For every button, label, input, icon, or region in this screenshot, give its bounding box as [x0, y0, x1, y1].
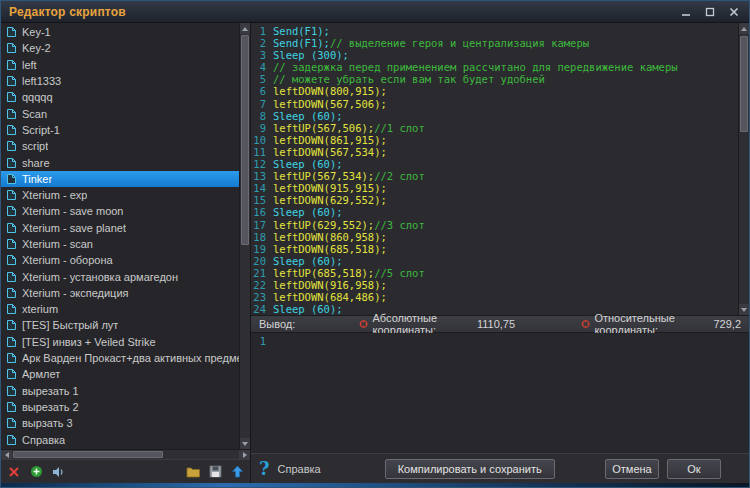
script-list-item[interactable]: Scan — [1, 105, 239, 121]
line-number: 3 — [251, 49, 273, 61]
sidebar-hscroll-track[interactable] — [12, 450, 239, 459]
window-controls — [679, 6, 741, 18]
script-list-item[interactable]: Xterium - scan — [1, 236, 239, 252]
script-list-item[interactable]: xterium — [1, 301, 239, 317]
code-line[interactable]: 23leftDOWN(684,486); — [251, 291, 738, 303]
code-line[interactable]: 9leftUP(567,506);//1 слот — [251, 122, 738, 134]
code-line[interactable]: 17leftUP(629,552);//3 слот — [251, 219, 738, 231]
add-script-button[interactable] — [28, 464, 44, 480]
sidebar-horizontal-scrollbar[interactable] — [1, 449, 250, 459]
script-list-item[interactable]: вырезать 1 — [1, 383, 239, 399]
script-item-label: share — [22, 157, 50, 169]
code-line[interactable]: 4// задержка перед применением рассчитан… — [251, 61, 738, 73]
code-line[interactable]: 19leftDOWN(685,518); — [251, 243, 738, 255]
script-list-item[interactable]: Xterium - save moon — [1, 203, 239, 219]
open-folder-button[interactable] — [185, 464, 201, 480]
script-list-item[interactable]: Script-1 — [1, 122, 239, 138]
code-line[interactable]: 8Sleep (60); — [251, 110, 738, 122]
ok-button[interactable]: Ок — [667, 459, 721, 479]
script-list-item[interactable]: Xterium - экспедиция — [1, 285, 239, 301]
script-list-item[interactable]: Арк Варден Прокаст+два активных предмета — [1, 350, 239, 366]
code-token: // выделение героя и централизация камер… — [330, 37, 589, 49]
close-button[interactable] — [727, 6, 741, 18]
script-list-item[interactable]: вырзать 3 — [1, 415, 239, 431]
code-line[interactable]: 20Sleep (60); — [251, 255, 738, 267]
code-editor[interactable]: 1Send(F1);2Send(F1);// выделение героя и… — [251, 23, 738, 315]
code-line[interactable]: 5// можете убрать если вам так будет удо… — [251, 73, 738, 85]
code-token: Sleep (60); — [273, 158, 343, 170]
script-icon — [6, 385, 17, 397]
script-list[interactable]: Key-1Key-2leftleft1333qqqqqScanScript-1s… — [1, 23, 239, 449]
upload-button[interactable] — [229, 464, 245, 480]
code-line[interactable]: 15leftDOWN(629,552); — [251, 194, 738, 206]
code-line[interactable]: 6leftDOWN(800,915); — [251, 85, 738, 97]
editor-scroll-thumb[interactable] — [740, 36, 748, 132]
scroll-down-arrow-icon[interactable] — [240, 438, 250, 449]
maximize-button[interactable] — [703, 6, 717, 18]
code-line[interactable]: 7leftDOWN(567,506); — [251, 98, 738, 110]
line-number: 10 — [251, 134, 273, 146]
script-list-item[interactable]: Key-1 — [1, 24, 239, 40]
script-list-item[interactable]: Key-2 — [1, 40, 239, 56]
script-list-item[interactable]: left1333 — [1, 73, 239, 89]
script-list-item[interactable]: Справка — [1, 431, 239, 447]
line-number: 12 — [251, 158, 273, 170]
script-list-item[interactable]: left — [1, 57, 239, 73]
code-line[interactable]: 10leftDOWN(861,915); — [251, 134, 738, 146]
script-list-item[interactable]: Армлет — [1, 366, 239, 382]
code-line[interactable]: 13leftUP(567,534);//2 слот — [251, 170, 738, 182]
script-list-item[interactable]: [TES] инвиз + Veiled Strike — [1, 334, 239, 350]
save-script-button[interactable] — [207, 464, 223, 480]
line-number: 15 — [251, 194, 273, 206]
code-token: leftUP(685,518); — [273, 267, 374, 279]
editor-scroll-up-arrow-icon[interactable] — [739, 23, 749, 34]
code-line[interactable]: 16Sleep (60); — [251, 206, 738, 218]
script-item-label: Арк Варден Прокаст+два активных предмета — [22, 352, 239, 364]
sidebar-hscroll-thumb[interactable] — [13, 451, 163, 458]
code-token: //5 слот — [374, 267, 425, 279]
code-token: Sleep (60); — [273, 110, 343, 122]
code-line[interactable]: 22leftDOWN(916,958); — [251, 279, 738, 291]
minimize-button[interactable] — [679, 6, 693, 18]
cancel-button[interactable]: Отмена — [605, 459, 659, 479]
sound-button[interactable] — [50, 464, 66, 480]
sidebar-vertical-scrollbar[interactable] — [239, 23, 250, 449]
code-line[interactable]: 12Sleep (60); — [251, 158, 738, 170]
titlebar[interactable]: Редактор скриптов — [1, 1, 749, 23]
sidebar-scroll-thumb[interactable] — [241, 35, 249, 245]
code-line[interactable]: 3Sleep (300); — [251, 49, 738, 61]
compile-save-button[interactable]: Компилировать и сохранить — [385, 459, 555, 479]
code-line[interactable]: 1Send(F1); — [251, 25, 738, 37]
script-list-item[interactable]: Xterium - оборона — [1, 252, 239, 268]
help-icon[interactable]: ? — [259, 458, 270, 479]
script-list-item[interactable]: qqqqq — [1, 89, 239, 105]
script-list-item[interactable]: [TES] Быстрый лут — [1, 317, 239, 333]
script-list-item[interactable]: script — [1, 138, 239, 154]
folder-icon — [186, 466, 201, 478]
script-list-item[interactable]: Xterium - exp — [1, 187, 239, 203]
script-list-item[interactable]: вырезать 2 — [1, 399, 239, 415]
code-line[interactable]: 2Send(F1);// выделение героя и централиз… — [251, 37, 738, 49]
editor-vertical-scrollbar[interactable] — [738, 23, 749, 315]
code-token: Sleep (300); — [273, 49, 349, 61]
script-item-label: xterium — [22, 303, 58, 315]
script-icon — [6, 434, 17, 446]
absolute-coordinates-value: 1110,75 — [477, 318, 515, 330]
sidebar-scroll-track[interactable] — [240, 34, 250, 438]
code-line[interactable]: 21leftUP(685,518);//5 слот — [251, 267, 738, 279]
code-line[interactable]: 11leftDOWN(567,534); — [251, 146, 738, 158]
delete-script-button[interactable] — [6, 464, 22, 480]
code-line[interactable]: 18leftDOWN(860,958); — [251, 231, 738, 243]
editor-scroll-track[interactable] — [739, 34, 749, 304]
script-item-label: Xterium - save planet — [22, 222, 126, 234]
script-list-item[interactable]: Xterium - установка армагедон — [1, 268, 239, 284]
script-list-item[interactable]: Xterium - save planet — [1, 220, 239, 236]
output-editor[interactable]: 1 — [251, 333, 749, 453]
help-label[interactable]: Справка — [278, 463, 321, 475]
script-list-item[interactable]: Tinker — [1, 171, 239, 187]
window-title: Редактор скриптов — [9, 5, 126, 19]
code-line[interactable]: 14leftDOWN(915,915); — [251, 182, 738, 194]
line-number: 5 — [251, 73, 273, 85]
script-list-item[interactable]: share — [1, 154, 239, 170]
scroll-up-arrow-icon[interactable] — [240, 23, 250, 34]
